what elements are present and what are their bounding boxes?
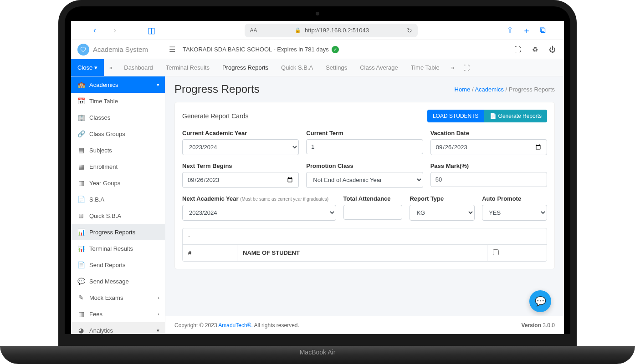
browser-toolbar: ‹ › ◫ AA 🔒 http://192.168.0.2:51043 ↻ ⇧ … — [71, 21, 564, 40]
school-status: TAKORADI SDA BASIC SCHOOL - Expires in 7… — [179, 46, 514, 53]
pass-mark-input[interactable] — [430, 172, 547, 187]
sidebar-item-analytics[interactable]: ◕Analytics▾ — [71, 322, 165, 334]
generate-reports-button[interactable]: 📄Generate Reports — [484, 110, 547, 122]
sidebar-item-subjects[interactable]: ▤Subjects — [71, 142, 165, 158]
field-next-term: Next Term Begins — [182, 162, 299, 188]
file-icon: 📄 — [77, 261, 85, 268]
sidebar-item-terminal-results[interactable]: 📊Terminal Results — [71, 240, 165, 257]
address-bar[interactable]: AA 🔒 http://192.168.0.2:51043 ↻ — [245, 24, 418, 37]
students-table: - # NAME OF STUDENT — [182, 228, 547, 262]
sidebar-item-fees[interactable]: ▥Fees‹ — [71, 306, 165, 322]
back-button[interactable]: ‹ — [89, 25, 100, 35]
tabs-icon[interactable]: ⧉ — [540, 25, 546, 35]
next-term-input[interactable] — [182, 172, 299, 188]
sidebar-item-send-message[interactable]: 💬Send Message — [71, 273, 165, 289]
page-title: Progress Reports — [174, 83, 260, 96]
current-term-input[interactable] — [306, 139, 423, 154]
tab-scroll-right[interactable]: » — [446, 64, 460, 71]
sidebar-item-mock-exams[interactable]: ✎Mock Exams‹ — [71, 289, 165, 306]
field-vacation-date: Vacation Date — [430, 130, 547, 155]
field-current-year: Current Academic Year 2023/2024 — [182, 130, 299, 155]
screen: ‹ › ◫ AA 🔒 http://192.168.0.2:51043 ↻ ⇧ … — [71, 21, 564, 334]
sidebar-item-send-reports[interactable]: 📄Send Reports — [71, 257, 165, 273]
sidebar-item-progress-reports[interactable]: 📊Progress Reports — [71, 224, 165, 240]
new-tab-icon[interactable]: ＋ — [522, 25, 531, 36]
sidebar-item-timetable[interactable]: 📅Time Table — [71, 93, 165, 109]
forward-button[interactable]: › — [109, 25, 120, 35]
attendance-input[interactable] — [343, 205, 403, 220]
field-attendance: Total Attendance — [343, 195, 403, 221]
brand-shield-icon: 🛡 — [77, 44, 89, 56]
card-icon: ▥ — [77, 310, 85, 318]
tab-class-average[interactable]: Class Average — [353, 64, 405, 71]
tab-terminal-results[interactable]: Terminal Results — [159, 64, 216, 71]
camera-notch — [316, 12, 319, 15]
expand-icon[interactable]: ⛶ — [460, 64, 473, 71]
recycle-icon[interactable]: ♻ — [532, 46, 538, 54]
card-title: Generate Report Cards — [182, 112, 249, 120]
close-button[interactable]: Close ▾ — [71, 59, 104, 76]
chat-button[interactable]: 💬 — [529, 290, 551, 312]
field-pass-mark: Pass Mark(%) — [430, 162, 547, 188]
power-icon[interactable]: ⏻ — [549, 46, 556, 54]
tab-scroll-left[interactable]: « — [104, 64, 118, 71]
load-students-button[interactable]: LOAD STUDENTS — [427, 110, 484, 122]
promotion-select[interactable]: Not End of Academic Year — [306, 172, 423, 188]
chevron-down-icon: ▾ — [157, 82, 159, 88]
breadcrumb-academics[interactable]: Academics — [475, 86, 504, 93]
footer: Copyright © 2023 AmaduTech®. All rights … — [165, 316, 564, 334]
sidebar-item-classes[interactable]: 🏢Classes — [71, 109, 165, 126]
auto-promote-select[interactable]: YES — [482, 205, 547, 221]
table-dash: - — [183, 228, 547, 244]
tabs-row: Close ▾ « Dashboard Terminal Results Pro… — [71, 59, 564, 76]
breadcrumb-home[interactable]: Home — [455, 86, 471, 93]
tab-settings[interactable]: Settings — [319, 64, 353, 71]
chevron-left-icon: ‹ — [158, 295, 159, 300]
app-body: 🏫 Academics ▾ 📅Time Table 🏢Classes 🔗Clas… — [71, 76, 564, 334]
share-icon[interactable]: ⇧ — [507, 25, 513, 35]
refresh-icon[interactable]: ↻ — [407, 27, 412, 34]
text-size-control[interactable]: AA — [250, 27, 257, 34]
tab-dashboard[interactable]: Dashboard — [118, 64, 159, 71]
select-all-checkbox[interactable] — [493, 249, 499, 255]
reading-list-icon[interactable]: ◫ — [148, 25, 155, 35]
tab-progress-reports[interactable]: Progress Reports — [216, 64, 275, 71]
next-year-select[interactable]: 2023/2024 — [182, 205, 336, 221]
form-row-3: Next Academic Year (Must be same as curr… — [182, 195, 547, 221]
sidebar-item-quick-sba[interactable]: ⊞Quick S.B.A — [71, 207, 165, 224]
field-next-year: Next Academic Year (Must be same as curr… — [182, 195, 336, 221]
laptop-inner: ‹ › ◫ AA 🔒 http://192.168.0.2:51043 ↻ ⇧ … — [65, 6, 570, 334]
academics-icon: 🏫 — [77, 81, 85, 88]
breadcrumb-current: Progress Reports — [509, 86, 555, 93]
chart-icon: 📊 — [77, 245, 85, 252]
form-row-2: Next Term Begins Promotion Class Not End… — [182, 162, 547, 188]
hamburger-icon[interactable]: ☰ — [165, 45, 179, 54]
sidebar-section-academics[interactable]: 🏫 Academics ▾ — [71, 76, 165, 93]
brand: 🛡 Academia System — [71, 44, 165, 56]
edit-icon: ✎ — [77, 294, 85, 301]
sidebar-item-year-groups[interactable]: ▥Year Goups — [71, 175, 165, 191]
app-header: 🛡 Academia System ☰ TAKORADI SDA BASIC S… — [71, 40, 564, 59]
main-content: Progress Reports Home / Academics / Prog… — [165, 76, 564, 334]
sidebar-item-enrollment[interactable]: ▦Enrollment — [71, 158, 165, 175]
layers-icon: ▥ — [77, 179, 85, 187]
tab-quick-sba[interactable]: Quick S.B.A — [275, 64, 319, 71]
header-tools: ⛶ ♻ ⏻ — [514, 46, 564, 54]
col-number: # — [183, 245, 237, 261]
device-frame: ‹ › ◫ AA 🔒 http://192.168.0.2:51043 ↻ ⇧ … — [0, 0, 635, 364]
chevron-down-icon: ▾ — [94, 64, 97, 71]
sidebar-item-sba[interactable]: 📄S.B.A — [71, 191, 165, 207]
chevron-down-icon: ▾ — [157, 328, 159, 334]
school-status-text: TAKORADI SDA BASIC SCHOOL - Expires in 7… — [183, 46, 329, 53]
laptop-bezel: ‹ › ◫ AA 🔒 http://192.168.0.2:51043 ↻ ⇧ … — [58, 0, 577, 355]
footer-brand-link[interactable]: AmaduTech®. — [218, 322, 253, 329]
current-year-select[interactable]: 2023/2024 — [182, 139, 299, 155]
vacation-date-input[interactable] — [430, 139, 547, 155]
fullscreen-icon[interactable]: ⛶ — [514, 46, 521, 54]
sidebar-item-class-groups[interactable]: 🔗Class Groups — [71, 126, 165, 142]
tab-time-table[interactable]: Time Table — [405, 64, 446, 71]
pie-icon: ◕ — [77, 327, 85, 334]
report-type-select[interactable]: KG — [410, 205, 475, 221]
book-icon: ▤ — [77, 147, 85, 154]
col-checkbox — [487, 245, 547, 261]
